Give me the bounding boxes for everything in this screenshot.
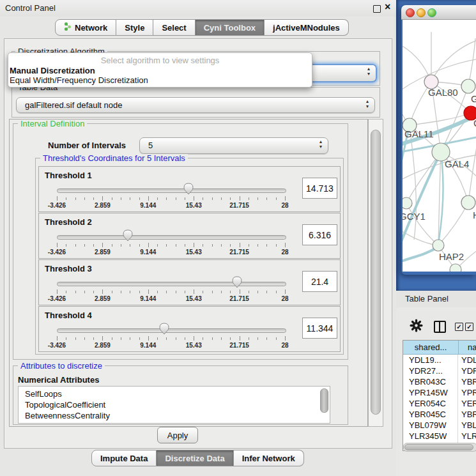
tab-label: Select — [162, 23, 186, 33]
table-cell[interactable]: YLR345W — [403, 431, 458, 441]
column-header-na[interactable]: na — [459, 341, 476, 355]
network-window: GAL80GACGAL11GAL4GCY1HHAP2 — [401, 5, 476, 275]
slider-scale-labels: -3.4262.8599.14415.4321.71528 — [57, 249, 285, 256]
table-cell[interactable]: YDL19... — [403, 355, 458, 365]
numerical-attributes-label: Numerical Attributes — [18, 375, 99, 385]
table-cell[interactable]: YDR2 — [458, 365, 476, 376]
vertical-scrollbar[interactable] — [368, 119, 383, 427]
tick-mark — [240, 289, 240, 294]
threshold-slider-track[interactable] — [57, 188, 286, 193]
attribute-list-item[interactable]: BetweennessCentrality — [19, 410, 330, 421]
threshold-slider-thumb[interactable] — [232, 276, 242, 288]
threshold-slider-thumb[interactable] — [183, 183, 194, 195]
table-row[interactable]: YDL19...YDL1 — [403, 355, 476, 365]
tick-mark — [266, 244, 267, 247]
tab-cyni-toolbox[interactable]: Cyni Toolbox — [196, 19, 265, 36]
table-cell[interactable]: YBR043C — [403, 376, 458, 387]
table-row[interactable]: YBL079WYBL0 — [403, 420, 476, 431]
tick-mark — [84, 197, 85, 200]
number-of-intervals-combobox[interactable]: 5 ▴▾ — [139, 137, 328, 154]
table-cell[interactable]: YBR0 — [458, 376, 476, 387]
tick-mark — [249, 337, 249, 340]
threshold-slider-thumb[interactable] — [159, 323, 169, 335]
stepper-icon[interactable]: ▴▾ — [319, 139, 322, 150]
minimize-traffic-icon[interactable] — [417, 8, 426, 17]
table-cell[interactable]: YPR1 — [458, 387, 476, 398]
table-row[interactable]: YPR145WYPR1 — [403, 387, 476, 398]
tick-mark — [276, 197, 277, 200]
stepper-icon[interactable]: ▴▾ — [366, 99, 369, 109]
network-node[interactable] — [433, 240, 444, 251]
table-cell[interactable]: YER054C — [403, 398, 458, 409]
tab-jactivemnodules[interactable]: jActiveMNodules — [265, 19, 349, 36]
threshold-slider-thumb[interactable] — [123, 229, 133, 242]
tab-discretize-data[interactable]: Discretize Data — [157, 450, 233, 466]
tick-mark — [249, 291, 249, 293]
table-cell[interactable]: YLR3 — [458, 431, 476, 441]
attribute-list-item[interactable]: SelfLoops — [19, 387, 330, 399]
table-cell[interactable]: YBR045C — [403, 409, 458, 420]
tab-infer-network[interactable]: Infer Network — [234, 450, 304, 466]
stepper-icon[interactable]: ▴▾ — [367, 66, 370, 77]
checkbox-icon[interactable]: ✓ — [465, 323, 473, 331]
table-cell[interactable]: YER0 — [458, 398, 476, 409]
network-node[interactable] — [450, 264, 461, 272]
node-label: GAL80 — [428, 87, 458, 98]
checkbox-icon[interactable]: ✓ — [455, 323, 463, 331]
threshold-row: Threshold 1-3.4262.8599.14415.4321.71528… — [38, 166, 341, 212]
threshold-slider-track[interactable] — [57, 282, 286, 286]
close-traffic-icon[interactable] — [406, 8, 415, 17]
close-icon[interactable]: × — [385, 1, 390, 13]
float-window-icon[interactable] — [373, 5, 381, 13]
table-row[interactable]: YLR345WYLR3 — [403, 431, 476, 441]
threshold-value-field[interactable]: 11.344 — [302, 318, 337, 339]
vertical-scrollbar-thumb[interactable] — [371, 130, 381, 415]
slider-scale-labels: -3.4262.8599.14415.4321.71528 — [57, 202, 285, 210]
tab-label: Network — [75, 23, 107, 33]
threshold-slider-track[interactable] — [57, 328, 286, 333]
threshold-slider-track[interactable] — [57, 235, 286, 240]
tab-select[interactable]: Select — [153, 19, 195, 36]
table-cell[interactable]: YDL1 — [458, 355, 476, 365]
apply-button[interactable]: Apply — [157, 427, 198, 443]
horizontal-scrollbar-thumb[interactable] — [404, 444, 473, 450]
table-cell[interactable]: YDR27... — [403, 365, 458, 376]
algorithm-option-equal-width-frequency-discretization[interactable]: Equal Width/Frequency Discretization — [10, 75, 148, 85]
column-header-shared-[interactable]: shared... — [403, 341, 459, 355]
columns-icon[interactable] — [434, 321, 446, 333]
threshold-value-field[interactable]: 14.713 — [302, 178, 337, 199]
table-row[interactable]: YBR045CYBR0 — [403, 409, 476, 420]
attributes-scrollbar-thumb[interactable] — [320, 388, 328, 413]
tick-mark — [57, 289, 58, 294]
numerical-attributes-list[interactable]: SelfLoopsTopologicalCoefficientBetweenne… — [18, 386, 330, 424]
tab-style[interactable]: Style — [116, 19, 153, 36]
table-row[interactable]: YER054CYER0 — [403, 398, 476, 409]
network-node[interactable] — [403, 197, 412, 209]
threshold-value-field[interactable]: 6.316 — [302, 224, 337, 245]
tick-mark — [230, 197, 231, 200]
table-row[interactable]: YBR043CYBR0 — [403, 376, 476, 387]
algorithm-option-manual-discretization[interactable]: Manual Discretization — [10, 66, 95, 75]
tab-label: Style — [125, 23, 144, 33]
attribute-list-item[interactable]: TopologicalCoefficient — [19, 399, 330, 410]
table-cell[interactable]: YBR0 — [458, 409, 476, 420]
table-data-combobox[interactable]: galFiltered.sif default node ▴▾ — [16, 97, 375, 113]
zoom-traffic-icon[interactable] — [427, 8, 436, 17]
table-cell[interactable]: YBL0 — [458, 420, 476, 431]
tab-impute-data[interactable]: Impute Data — [91, 450, 157, 466]
attributes-group-title: Attributes to discretize — [18, 362, 105, 370]
scale-label: -3.426 — [48, 249, 66, 256]
table-cell[interactable]: YPR145W — [403, 387, 458, 398]
threshold-value-field[interactable]: 21.4 — [302, 271, 337, 292]
network-window-titlebar[interactable] — [401, 5, 476, 20]
tab-network[interactable]: Network — [55, 19, 116, 36]
network-canvas[interactable]: GAL80GACGAL11GAL4GCY1HHAP2 — [403, 19, 476, 272]
network-node[interactable] — [461, 79, 475, 93]
tick-mark — [93, 244, 94, 247]
table-row[interactable]: YDR27...YDR2 — [403, 365, 476, 376]
gear-icon[interactable] — [410, 319, 423, 332]
table-cell[interactable]: YBL079W — [403, 420, 458, 431]
network-node[interactable] — [461, 196, 475, 210]
horizontal-scrollbar[interactable] — [403, 443, 476, 452]
tick-mark — [221, 197, 222, 200]
